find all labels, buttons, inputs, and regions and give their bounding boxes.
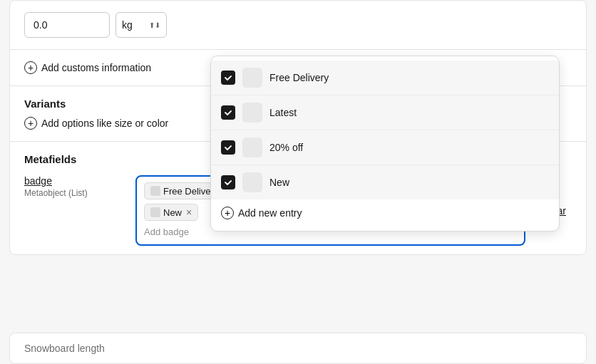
checkbox-new[interactable] — [221, 175, 235, 189]
tag-swatch-free-delivery — [150, 186, 160, 196]
snowboard-section: Snowboard length — [9, 333, 587, 364]
chevron-icon: ⬆⬇ — [149, 21, 160, 29]
page-container: 0.0 kg ⬆⬇ + Add customs information Vari… — [0, 0, 596, 364]
weight-section: 0.0 kg ⬆⬇ — [10, 1, 586, 50]
checkbox-latest[interactable] — [221, 105, 235, 120]
dropdown-add-entry[interactable]: + Add new entry — [211, 199, 559, 227]
tag-swatch-new — [150, 207, 160, 217]
unit-select[interactable]: kg ⬆⬇ — [115, 12, 167, 38]
dropdown-label-20off: 20% off — [269, 142, 549, 153]
add-entry-plus-icon: + — [221, 207, 234, 219]
tag-remove-new[interactable]: × — [186, 207, 192, 218]
tag-label-new: New — [163, 207, 182, 218]
dropdown-label-latest: Latest — [269, 107, 549, 118]
checkbox-20off[interactable] — [221, 140, 235, 155]
unit-value: kg — [122, 19, 133, 31]
swatch-20off — [242, 137, 262, 157]
badge-field-name[interactable]: badge — [24, 175, 124, 187]
add-variants-label: Add options like size or color — [41, 118, 168, 129]
swatch-latest — [242, 103, 262, 123]
swatch-free-delivery — [242, 68, 262, 88]
dropdown-label-new: New — [269, 177, 549, 188]
add-entry-label: Add new entry — [238, 207, 302, 219]
tag-chip-new: New × — [144, 204, 198, 221]
plus-icon: + — [24, 61, 37, 74]
dropdown-item-free-delivery[interactable]: Free Delivery — [211, 61, 559, 95]
weight-input[interactable]: 0.0 — [24, 12, 110, 38]
dropdown-label-free-delivery: Free Delivery — [269, 72, 549, 83]
badge-dropdown: Free Delivery Latest 20% off — [210, 56, 560, 232]
metafield-label-block: badge Metaobject (List) — [24, 175, 124, 198]
plus-icon-variants: + — [24, 117, 37, 130]
add-customs-label: Add customs information — [41, 62, 151, 73]
dropdown-item-new[interactable]: New — [211, 165, 559, 199]
dropdown-item-20off[interactable]: 20% off — [211, 130, 559, 165]
badge-field-type: Metaobject (List) — [24, 188, 124, 198]
swatch-new — [242, 172, 262, 192]
dropdown-item-latest[interactable]: Latest — [211, 95, 559, 130]
snowboard-label: Snowboard length — [24, 343, 105, 354]
checkbox-free-delivery[interactable] — [221, 71, 235, 85]
